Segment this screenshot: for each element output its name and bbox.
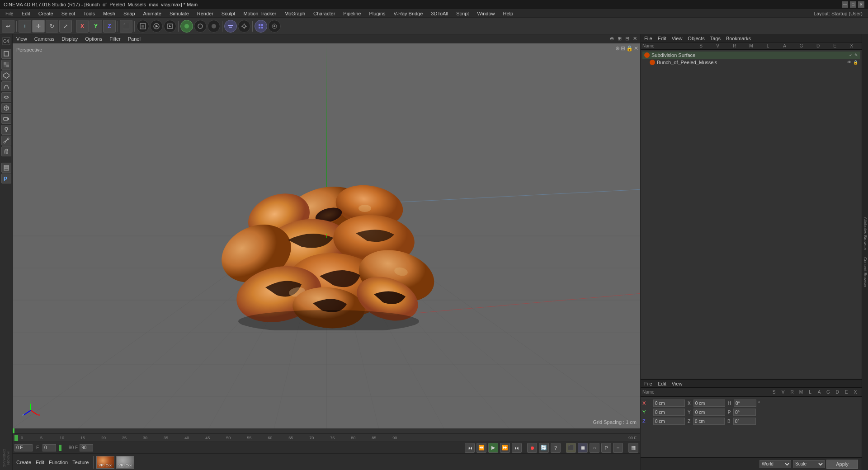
mat-menu-function[interactable]: Function bbox=[47, 459, 70, 466]
op-b-rot-input[interactable] bbox=[733, 418, 756, 425]
vp-menu-panel[interactable]: Panel bbox=[126, 35, 142, 42]
scale-select[interactable]: Scale bbox=[793, 460, 825, 468]
scale-button[interactable]: ⤢ bbox=[59, 20, 72, 33]
new-button[interactable]: + bbox=[19, 20, 31, 33]
apply-button[interactable]: Apply bbox=[826, 460, 858, 469]
vp-icon-4[interactable]: ✕ bbox=[632, 35, 638, 42]
timeline-bar-row[interactable] bbox=[13, 428, 640, 434]
maximize-button[interactable]: □ bbox=[850, 1, 856, 8]
menu-mograph[interactable]: MoGraph bbox=[281, 10, 309, 17]
timeline-settings-button[interactable]: ▦ bbox=[628, 443, 638, 453]
menu-vray[interactable]: V-Ray Bridge bbox=[390, 10, 427, 17]
menu-simulate[interactable]: Simulate bbox=[166, 10, 193, 17]
record-key-button[interactable]: P bbox=[601, 443, 611, 453]
om-toggle-1[interactable]: ✓ bbox=[849, 53, 853, 57]
om-item-mussels[interactable]: Bunch_of_Peeled_Mussels 👁 🔒 bbox=[642, 59, 860, 66]
sidebar-hair-button[interactable] bbox=[1, 146, 11, 156]
menu-snap[interactable]: Snap bbox=[120, 10, 139, 17]
om-menu-file[interactable]: File bbox=[642, 35, 654, 42]
loop-button[interactable]: 🔄 bbox=[539, 443, 549, 453]
vp-icon-1[interactable]: ⊕ bbox=[609, 35, 615, 42]
goto-start-button[interactable]: ⏮ bbox=[465, 443, 475, 453]
op-z-pos-input[interactable] bbox=[653, 418, 685, 425]
om-menu-bookmarks[interactable]: Bookmarks bbox=[724, 35, 753, 42]
filter-button[interactable] bbox=[224, 20, 237, 33]
vp-close-icon[interactable]: ✕ bbox=[634, 45, 638, 52]
render-vp-button[interactable] bbox=[164, 20, 176, 33]
points-button[interactable]: ⬛ bbox=[120, 20, 132, 33]
op-menu-file[interactable]: File bbox=[642, 381, 654, 387]
undo-button[interactable]: ↩ bbox=[2, 20, 14, 33]
timeline-ruler[interactable]: 0 5 10 15 20 25 30 35 40 45 50 55 60 65 … bbox=[13, 434, 640, 442]
menu-motion-tracker[interactable]: Motion Tracker bbox=[240, 10, 280, 17]
menu-character[interactable]: Character bbox=[310, 10, 339, 17]
snap-settings-button[interactable] bbox=[268, 20, 281, 33]
sidebar-camera-button[interactable] bbox=[1, 114, 11, 124]
menu-pipeline[interactable]: Pipeline bbox=[340, 10, 364, 17]
render-button[interactable] bbox=[150, 20, 163, 33]
op-menu-view[interactable]: View bbox=[670, 381, 684, 387]
sidebar-deform-button[interactable] bbox=[1, 92, 11, 102]
end-frame-input[interactable] bbox=[80, 444, 93, 451]
sidebar-bones-button[interactable] bbox=[1, 136, 11, 146]
menu-mesh[interactable]: Mesh bbox=[99, 10, 119, 17]
move-button[interactable]: ✛ bbox=[32, 20, 45, 33]
coord-system-select[interactable]: World Object Parent bbox=[760, 460, 791, 468]
vp-layout-icon[interactable]: ⊞ bbox=[621, 45, 625, 52]
om-edit-1[interactable]: ✎ bbox=[854, 53, 858, 57]
vp-menu-options[interactable]: Options bbox=[83, 35, 104, 42]
prev-frame-button[interactable]: ⏪ bbox=[476, 443, 486, 453]
keyframe-sel-button[interactable]: ◼ bbox=[578, 443, 588, 453]
op-x-size-input[interactable] bbox=[693, 400, 725, 407]
op-z-size-input[interactable] bbox=[693, 418, 725, 425]
vp-lock-icon[interactable]: 🔒 bbox=[626, 45, 633, 52]
rs-tab-content[interactable]: Content Browser bbox=[862, 254, 868, 291]
goto-end-button[interactable]: ⏭ bbox=[512, 443, 522, 453]
om-menu-tags[interactable]: Tags bbox=[708, 35, 722, 42]
vp-menu-filter[interactable]: Filter bbox=[108, 35, 122, 42]
vp-icon-3[interactable]: ⊟ bbox=[624, 35, 631, 42]
help-tl-button[interactable]: ? bbox=[551, 443, 561, 453]
vp-icon-2[interactable]: ⊞ bbox=[616, 35, 623, 42]
op-y-pos-input[interactable] bbox=[653, 409, 685, 416]
material-swatch-2[interactable]: VR_Coo bbox=[116, 456, 134, 469]
vp-menu-cameras[interactable]: Cameras bbox=[33, 35, 57, 42]
close-button[interactable]: ✕ bbox=[858, 1, 864, 8]
sidebar-poly-button[interactable] bbox=[1, 70, 11, 80]
op-h-rot-input[interactable] bbox=[734, 400, 756, 407]
rotate-button[interactable]: ↻ bbox=[46, 20, 58, 33]
keyframe-button[interactable]: ⬛ bbox=[566, 443, 576, 453]
menu-script[interactable]: Script bbox=[453, 10, 472, 17]
sidebar-texture-button[interactable] bbox=[1, 60, 11, 70]
vp-menu-view[interactable]: View bbox=[14, 35, 29, 42]
minimize-button[interactable]: — bbox=[842, 1, 848, 8]
axis-x-button[interactable]: X bbox=[76, 20, 89, 33]
menu-help[interactable]: Help bbox=[500, 10, 517, 17]
menu-select[interactable]: Select bbox=[58, 10, 79, 17]
op-x-pos-input[interactable] bbox=[653, 400, 685, 407]
om-menu-view[interactable]: View bbox=[670, 35, 684, 42]
frame-value-input[interactable] bbox=[42, 444, 56, 451]
record-button[interactable]: ⏺ bbox=[527, 443, 537, 453]
display-mode-button[interactable] bbox=[180, 20, 193, 33]
om-icon-lock[interactable]: 🔒 bbox=[853, 60, 858, 65]
om-menu-edit[interactable]: Edit bbox=[656, 35, 668, 42]
menu-file[interactable]: File bbox=[2, 10, 17, 17]
sidebar-env-button[interactable] bbox=[1, 103, 11, 113]
sidebar-spline-button[interactable] bbox=[1, 81, 11, 91]
menu-animate[interactable]: Animate bbox=[140, 10, 165, 17]
rs-tab-attributes[interactable]: Attributes Browser bbox=[862, 213, 868, 254]
om-menu-objects[interactable]: Objects bbox=[686, 35, 706, 42]
timeline-view-button[interactable]: ≡ bbox=[613, 443, 623, 453]
render-region-button[interactable] bbox=[137, 20, 149, 33]
motion-button[interactable]: ○ bbox=[590, 443, 599, 453]
render-settings-button[interactable] bbox=[238, 20, 250, 33]
sidebar-layer-button[interactable] bbox=[1, 163, 11, 173]
vp-fullscreen-icon[interactable]: ⊕ bbox=[615, 45, 620, 52]
menu-render[interactable]: Render bbox=[193, 10, 217, 17]
mat-menu-edit[interactable]: Edit bbox=[34, 459, 46, 466]
mat-menu-texture[interactable]: Texture bbox=[71, 459, 90, 466]
3d-viewport[interactable]: Perspective Grid Spacing : 1 cm ⊕ ⊞ 🔒 ✕ … bbox=[13, 43, 640, 428]
op-y-size-input[interactable] bbox=[693, 409, 725, 416]
menu-window[interactable]: Window bbox=[473, 10, 498, 17]
